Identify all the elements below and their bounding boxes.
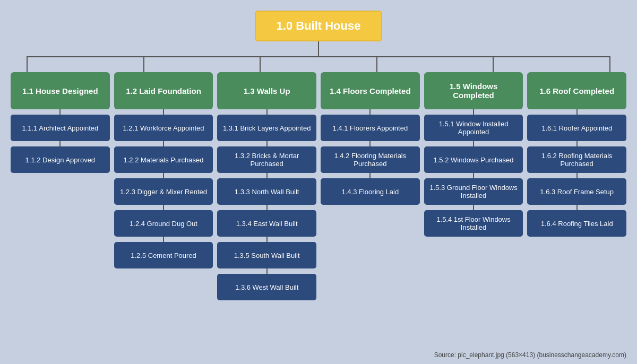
child-connector-col4-1 bbox=[369, 141, 371, 146]
child-box-col2-0: 1.2.1 Workforce Appointed bbox=[114, 115, 213, 141]
child-box-col3-1: 1.3.2 Bricks & Mortar Purchased bbox=[217, 146, 316, 173]
child-connector-col2-2 bbox=[163, 173, 164, 178]
child-connector-col6-0 bbox=[576, 109, 578, 115]
column-col2: 1.2 Laid Foundation1.2.1 Workforce Appoi… bbox=[114, 72, 213, 300]
level1-header-col6: 1.6 Roof Completed bbox=[527, 72, 626, 109]
child-connector-col2-0 bbox=[163, 109, 164, 115]
child-connector-col3-5 bbox=[266, 268, 268, 274]
child-box-col1-1: 1.1.2 Design Approved bbox=[11, 146, 110, 173]
child-connector-col2-3 bbox=[163, 205, 164, 210]
drop-line-4 bbox=[376, 57, 377, 72]
child-box-col4-1: 1.4.2 Flooring Materials Purchased bbox=[321, 146, 420, 173]
child-box-col6-1: 1.6.2 Roofing Materials Purchased bbox=[527, 146, 626, 173]
child-connector-col1-1 bbox=[59, 141, 61, 146]
level1-header-col5: 1.5 Windows Completed bbox=[424, 72, 523, 109]
children-col6: 1.6.1 Roofer Appointed1.6.2 Roofing Mate… bbox=[527, 109, 626, 237]
child-box-col3-4: 1.3.5 South Wall Built bbox=[217, 242, 316, 268]
root-node: 1.0 Built House bbox=[255, 11, 382, 41]
level1-header-col4: 1.4 Floors Completed bbox=[321, 72, 420, 109]
chart-container: 1.0 Built House 1.1 House Designed1.1.1 … bbox=[11, 11, 626, 300]
child-connector-col3-1 bbox=[266, 141, 268, 146]
drop-line-6 bbox=[609, 57, 610, 72]
children-col3: 1.3.1 Brick Layers Appointed1.3.2 Bricks… bbox=[217, 109, 316, 300]
children-col4: 1.4.1 Floorers Appointed1.4.2 Flooring M… bbox=[321, 109, 420, 205]
child-connector-col5-2 bbox=[473, 173, 474, 178]
child-box-col3-0: 1.3.1 Brick Layers Appointed bbox=[217, 115, 316, 141]
child-box-col6-2: 1.6.3 Roof Frame Setup bbox=[527, 178, 626, 205]
child-connector-col5-3 bbox=[473, 205, 474, 210]
child-connector-col2-1 bbox=[163, 141, 164, 146]
child-box-col2-4: 1.2.5 Cement Poured bbox=[114, 242, 213, 268]
child-connector-col3-0 bbox=[266, 109, 268, 115]
level1-header-col2: 1.2 Laid Foundation bbox=[114, 72, 213, 109]
drop-line-3 bbox=[260, 57, 261, 72]
child-box-col5-2: 1.5.3 Ground Floor Windows Installed bbox=[424, 178, 523, 205]
child-connector-col2-4 bbox=[163, 237, 164, 242]
child-box-col2-1: 1.2.2 Materials Purchased bbox=[114, 146, 213, 173]
child-connector-col3-4 bbox=[266, 237, 268, 242]
child-box-col3-5: 1.3.6 West Wall Built bbox=[217, 274, 316, 300]
column-col4: 1.4 Floors Completed1.4.1 Floorers Appoi… bbox=[321, 72, 420, 300]
drop-line-5 bbox=[493, 57, 494, 72]
drop-line-1 bbox=[27, 57, 28, 72]
child-box-col4-2: 1.4.3 Flooring Laid bbox=[321, 178, 420, 205]
child-box-col3-2: 1.3.3 North Wall Built bbox=[217, 178, 316, 205]
child-connector-col4-0 bbox=[369, 109, 371, 115]
drop-line-2 bbox=[143, 57, 144, 72]
child-connector-col3-3 bbox=[266, 205, 268, 210]
root-connector bbox=[318, 41, 319, 56]
child-box-col3-3: 1.3.4 East Wall Built bbox=[217, 210, 316, 237]
child-connector-col6-3 bbox=[576, 205, 578, 210]
level1-row: 1.1 House Designed1.1.1 Architect Appoin… bbox=[11, 72, 626, 300]
child-connector-col1-0 bbox=[59, 109, 61, 115]
child-connector-col5-0 bbox=[473, 109, 474, 115]
children-col5: 1.5.1 Window Installed Appointed1.5.2 Wi… bbox=[424, 109, 523, 237]
column-col3: 1.3 Walls Up1.3.1 Brick Layers Appointed… bbox=[217, 72, 316, 300]
child-connector-col4-2 bbox=[369, 173, 371, 178]
child-connector-col5-1 bbox=[473, 141, 474, 146]
child-connector-col6-1 bbox=[576, 141, 578, 146]
child-box-col5-3: 1.5.4 1st Floor Windows Installed bbox=[424, 210, 523, 237]
column-col5: 1.5 Windows Completed1.5.1 Window Instal… bbox=[424, 72, 523, 300]
child-box-col5-0: 1.5.1 Window Installed Appointed bbox=[424, 115, 523, 141]
column-col1: 1.1 House Designed1.1.1 Architect Appoin… bbox=[11, 72, 110, 300]
child-box-col6-0: 1.6.1 Roofer Appointed bbox=[527, 115, 626, 141]
drop-connectors bbox=[27, 57, 610, 72]
root-label: 1.0 Built House bbox=[277, 19, 361, 32]
child-box-col2-3: 1.2.4 Ground Dug Out bbox=[114, 210, 213, 237]
child-connector-col6-2 bbox=[576, 173, 578, 178]
child-box-col2-2: 1.2.3 Digger & Mixer Rented bbox=[114, 178, 213, 205]
level1-header-col1: 1.1 House Designed bbox=[11, 72, 110, 109]
child-connector-col3-2 bbox=[266, 173, 268, 178]
level1-header-col3: 1.3 Walls Up bbox=[217, 72, 316, 109]
child-box-col1-0: 1.1.1 Architect Appointed bbox=[11, 115, 110, 141]
child-box-col4-0: 1.4.1 Floorers Appointed bbox=[321, 115, 420, 141]
children-col2: 1.2.1 Workforce Appointed1.2.2 Materials… bbox=[114, 109, 213, 268]
source-text: Source: pic_elephant.jpg (563×413) (busi… bbox=[434, 351, 626, 359]
child-box-col6-3: 1.6.4 Roofing Tiles Laid bbox=[527, 210, 626, 237]
child-box-col5-1: 1.5.2 Windows Purchased bbox=[424, 146, 523, 173]
children-col1: 1.1.1 Architect Appointed1.1.2 Design Ap… bbox=[11, 109, 110, 173]
column-col6: 1.6 Roof Completed1.6.1 Roofer Appointed… bbox=[527, 72, 626, 300]
